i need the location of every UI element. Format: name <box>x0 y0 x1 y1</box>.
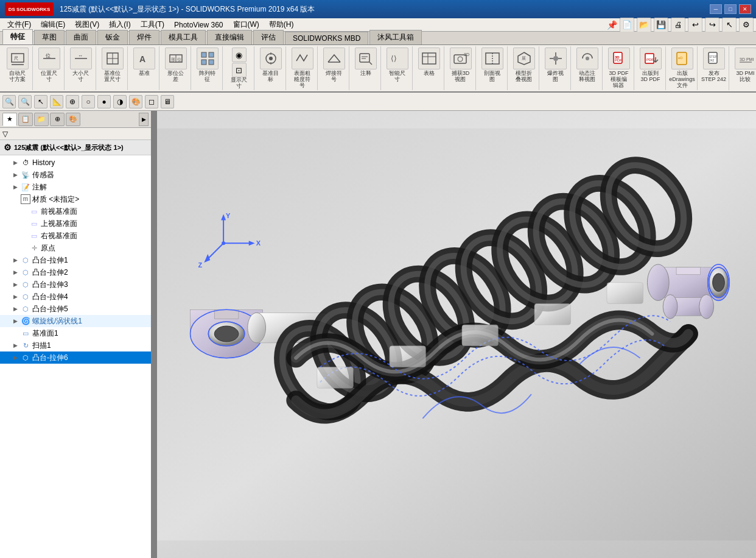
base-dim-button[interactable]: A <box>133 48 155 69</box>
tab-weldment[interactable]: 焊件 <box>129 30 159 44</box>
tab-feature[interactable]: 特征 <box>2 29 33 44</box>
array-button[interactable] <box>197 48 219 69</box>
redo-button[interactable]: ↪ <box>705 18 719 32</box>
expand-extrude1[interactable]: ▶ <box>11 256 19 264</box>
smart-dim-button[interactable]: ⟨⟩ <box>387 48 408 69</box>
show-state-button[interactable]: ⊡ <box>232 63 247 77</box>
show-dim-button[interactable]: ◉ <box>232 48 247 62</box>
tab-mbd[interactable]: SOLIDWORKS MBD <box>285 32 368 44</box>
size-dim-button[interactable]: ↔ <box>70 48 92 69</box>
pmi-button[interactable]: 3D PMI <box>735 48 757 69</box>
expand-front-plane[interactable] <box>19 207 28 216</box>
unfold-button[interactable]: 展 <box>513 48 535 69</box>
search-button[interactable]: 🔍 <box>2 95 16 108</box>
tab-mold[interactable]: 模具工具 <box>161 30 206 44</box>
expand-annotation[interactable]: ▶ <box>11 183 19 191</box>
menu-view[interactable]: 视图(V) <box>70 18 104 31</box>
resize-handle[interactable] <box>152 111 157 558</box>
tree-item-extrude2[interactable]: ▶ ⬡ 凸台-拉伸2 <box>0 266 151 278</box>
table-button[interactable] <box>418 48 440 69</box>
tree-item-top-plane[interactable]: ▭ 上视基准面 <box>0 217 151 230</box>
dynamic-button[interactable] <box>576 48 598 69</box>
tree-item-front-plane[interactable]: ▭ 前视基准面 <box>0 205 151 217</box>
undo-button[interactable]: ↩ <box>688 18 702 32</box>
tree-item-extrude4[interactable]: ▶ ⬡ 凸台-拉伸4 <box>0 291 151 303</box>
minimize-button[interactable]: ─ <box>710 4 722 14</box>
edrawings-button[interactable]: eD <box>671 48 693 69</box>
menu-insert[interactable]: 插入(I) <box>104 18 135 31</box>
tree-item-sensors[interactable]: ▶ 📡 传感器 <box>0 169 151 181</box>
settings-button[interactable]: ⚙ <box>739 18 754 32</box>
measure-button[interactable]: 📐 <box>50 95 63 108</box>
tree-item-right-plane[interactable]: ▭ 右视基准面 <box>0 230 151 242</box>
base-target-button[interactable] <box>260 48 282 69</box>
expand-helix[interactable]: ▶ <box>11 317 19 325</box>
tab-surface[interactable]: 曲面 <box>66 30 96 44</box>
panel-tab-config[interactable]: 📁 <box>34 113 49 126</box>
step-button[interactable]: STEP 242 <box>703 48 725 69</box>
menu-edit[interactable]: 编辑(E) <box>36 18 70 31</box>
display-mode-button[interactable]: ◻ <box>145 95 158 108</box>
tree-item-plane1[interactable]: ▭ 基准面1 <box>0 327 151 339</box>
appearance-button[interactable]: 🎨 <box>129 95 142 108</box>
expand-extrude6[interactable]: ▶ <box>11 353 19 362</box>
loc-dim-button[interactable]: 位 <box>38 48 60 69</box>
tree-item-helix[interactable]: ▶ 🌀 螺旋线/涡状线1 <box>0 315 151 327</box>
tab-direct-edit[interactable]: 直接编辑 <box>207 30 252 44</box>
tree-item-history[interactable]: ▶ ⏱ History <box>0 157 151 169</box>
open-button[interactable]: 📂 <box>637 18 651 32</box>
tab-mufeng[interactable]: 沐风工具箱 <box>369 30 422 44</box>
expand-extrude2[interactable]: ▶ <box>11 268 19 277</box>
zoom-button[interactable]: 🔍 <box>18 95 32 108</box>
view-settings-button[interactable]: 🖥 <box>161 95 174 108</box>
panel-tab-feature[interactable]: ★ <box>2 113 17 126</box>
model-root[interactable]: ⚙ 125减震 (默认<<默认>_显示状态 1>) <box>0 140 151 155</box>
cursor-button[interactable]: ↖ <box>34 95 47 108</box>
panel-expand-button[interactable]: ▶ <box>139 113 149 126</box>
tree-item-annotation[interactable]: ▶ 📝 注解 <box>0 181 151 193</box>
hide-show-button[interactable]: ● <box>97 95 111 108</box>
expand-sensors[interactable]: ▶ <box>11 171 19 179</box>
tree-item-material[interactable]: m 材质 <未指定> <box>0 193 151 205</box>
auto-dim-button[interactable]: 尺 <box>7 48 29 69</box>
window-controls[interactable]: ─ □ ✕ <box>710 4 751 14</box>
tab-sheetmetal[interactable]: 钣金 <box>97 30 128 44</box>
tree-item-extrude3[interactable]: ▶ ⬡ 凸台-拉伸3 <box>0 278 151 291</box>
menu-window[interactable]: 窗口(W) <box>228 18 264 31</box>
expand-sweep1[interactable]: ▶ <box>11 341 19 350</box>
menu-tools[interactable]: 工具(T) <box>136 18 169 31</box>
panel-tab-dim[interactable]: ⊕ <box>50 113 65 126</box>
new-button[interactable]: 📄 <box>620 18 634 32</box>
section-view-button[interactable]: ◑ <box>113 95 127 108</box>
expand-top-plane[interactable] <box>19 219 28 228</box>
publish3dpdf-button[interactable]: PDF <box>640 48 662 69</box>
expand-history[interactable]: ▶ <box>11 158 19 167</box>
tab-sketch[interactable]: 草图 <box>34 30 65 44</box>
expand-extrude4[interactable]: ▶ <box>11 292 19 301</box>
explode-button[interactable] <box>545 48 567 69</box>
3d-viewport[interactable]: Y X Z <box>157 111 756 558</box>
tree-item-sweep1[interactable]: ▶ ↻ 扫描1 <box>0 339 151 351</box>
surface-button[interactable] <box>292 48 313 69</box>
section-button[interactable] <box>481 48 503 69</box>
menu-photoview[interactable]: PhotoView 360 <box>169 19 228 30</box>
tree-item-extrude1[interactable]: ▶ ⬡ 凸台-拉伸1 <box>0 254 151 266</box>
select-button[interactable]: ↖ <box>722 18 737 32</box>
panel-tab-appearance[interactable]: 🎨 <box>66 113 80 126</box>
view-style-button[interactable]: ○ <box>82 95 95 108</box>
expand-material[interactable] <box>11 195 19 203</box>
capture3d-button[interactable]: 3D <box>450 48 472 69</box>
expand-origin[interactable] <box>19 244 28 252</box>
expand-plane1[interactable] <box>11 329 19 337</box>
tree-item-extrude5[interactable]: ▶ ⬡ 凸台-拉伸5 <box>0 303 151 315</box>
expand-right-plane[interactable] <box>19 231 28 240</box>
3dpdf-button[interactable]: 3D PDF <box>608 48 630 69</box>
print-button[interactable]: 🖨 <box>671 18 685 32</box>
base-loc-button[interactable] <box>102 48 124 69</box>
form-tol-button[interactable]: 形 位 <box>165 48 187 69</box>
view-orient-button[interactable]: ⊕ <box>66 95 79 108</box>
expand-extrude3[interactable]: ▶ <box>11 280 19 289</box>
close-button[interactable]: ✕ <box>739 4 751 14</box>
maximize-button[interactable]: □ <box>724 4 737 14</box>
tree-item-extrude6[interactable]: ▶ ⬡ 凸台-拉伸6 <box>0 351 151 364</box>
